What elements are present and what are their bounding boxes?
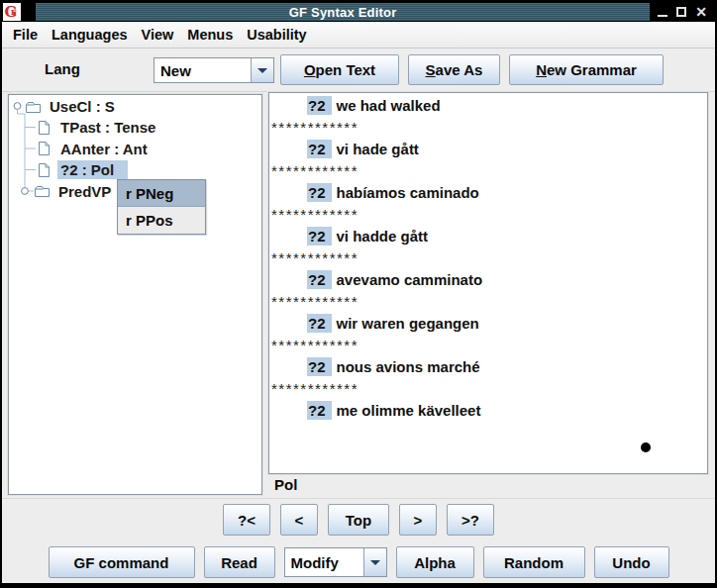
tree-item-label: UseCl : S <box>47 97 118 116</box>
separator-line: ************ <box>270 159 706 183</box>
window-controls: ✕ <box>652 5 715 19</box>
popup-item-ppos[interactable]: r PPos <box>118 207 205 234</box>
combobox-dropdown-button[interactable] <box>251 58 273 82</box>
linearization-line: ?2avevamo camminato <box>270 270 706 290</box>
linearization-line: ?2vi hade gått <box>270 140 706 159</box>
folder-icon <box>34 183 51 199</box>
gf-logo-icon: G F <box>3 3 21 21</box>
prev-metavariable-button[interactable]: ?< <box>223 504 270 536</box>
metavariable-token[interactable]: ?2 <box>307 401 332 420</box>
maximize-icon[interactable] <box>676 7 686 17</box>
tree-item-label: AAnter : Ant <box>57 140 151 158</box>
alpha-button[interactable]: Alpha <box>396 546 474 578</box>
open-text-button[interactable]: Open Text <box>280 54 399 85</box>
linearization-line: ?2nous avions marché <box>270 357 706 377</box>
divider <box>2 498 715 499</box>
tree-item-label: TPast : Tense <box>57 118 158 137</box>
tree-item-label: PredVP <box>55 182 114 201</box>
metavariable-token[interactable]: ?2 <box>307 270 332 289</box>
popup-item-pneg[interactable]: r PNeg <box>118 180 205 207</box>
tree-item-usecl[interactable]: UseCl : S <box>25 96 118 117</box>
separator-line: ************ <box>270 334 706 357</box>
linearization-line: ?2wir waren gegangen <box>270 314 706 334</box>
tree-item-aanter[interactable]: AAnter : Ant <box>36 139 151 159</box>
menu-languages[interactable]: Languages <box>45 24 135 46</box>
title-bar: G F GF Syntax Editor ✕ <box>2 2 715 22</box>
menu-view[interactable]: View <box>135 24 181 46</box>
tree-item-metavariable-pol[interactable]: ?2 : Pol <box>36 159 128 180</box>
next-node-button[interactable]: > <box>399 504 437 536</box>
file-icon <box>36 120 52 136</box>
metavariable-token[interactable]: ?2 <box>307 183 332 202</box>
metavariable-token[interactable]: ?2 <box>307 140 332 158</box>
language-combobox-value: New <box>154 58 251 82</box>
undo-button[interactable]: Undo <box>594 546 669 578</box>
navigation-button-row: ?< < Top > >? <box>2 504 715 536</box>
combobox-dropdown-button[interactable] <box>363 548 386 576</box>
prev-node-button[interactable]: < <box>280 504 318 536</box>
tree-item-tpast[interactable]: TPast : Tense <box>36 117 158 138</box>
separator-line: ************ <box>270 246 706 270</box>
focused-category-label: Pol <box>274 475 297 495</box>
linearization-line: ?2vi hadde gått <box>270 227 706 246</box>
separator-line: ************ <box>270 377 706 401</box>
linearization-panel[interactable]: ?2we had walked ************ ?2vi hade g… <box>268 92 708 474</box>
menu-usability[interactable]: Usability <box>240 24 313 46</box>
chevron-down-icon <box>257 68 267 73</box>
linearization-line: ?2habíamos caminado <box>270 183 706 203</box>
file-icon <box>36 162 52 178</box>
linearization-lines: ?2we had walked ************ ?2vi hade g… <box>270 96 706 421</box>
separator-line: ************ <box>270 116 706 140</box>
gf-syntax-editor-window: G F GF Syntax Editor ✕ File Languages Vi… <box>0 0 717 588</box>
new-grammar-button[interactable]: New Grammar <box>509 54 664 85</box>
modify-combobox[interactable]: Modify <box>284 547 387 577</box>
separator-line: ************ <box>270 203 706 227</box>
save-as-button[interactable]: Save As <box>408 54 500 85</box>
title-strip: GF Syntax Editor <box>36 3 650 21</box>
metavariable-token[interactable]: ?2 <box>307 357 332 376</box>
tree-collapsed-handle-icon <box>22 188 29 195</box>
menu-file[interactable]: File <box>6 24 45 46</box>
refinement-popup-menu: r PNeg r PPos <box>117 179 206 235</box>
toolbar: Lang New Open Text Save As New Grammar <box>2 49 715 92</box>
minimize-icon[interactable] <box>658 8 667 17</box>
linearization-line: ?2me olimme kävelleet <box>270 401 706 421</box>
top-button[interactable]: Top <box>328 504 389 536</box>
cursor-dot <box>641 442 651 452</box>
syntax-tree-panel: UseCl : S TPast : Tense AAnter : Ant ?2 … <box>8 94 262 495</box>
metavariable-token[interactable]: ?2 <box>307 227 332 245</box>
read-button[interactable]: Read <box>204 546 275 578</box>
menu-menus[interactable]: Menus <box>180 24 240 46</box>
file-icon <box>36 141 52 156</box>
separator-line: ************ <box>270 290 706 314</box>
folder-icon <box>25 99 42 115</box>
menu-bar: File Languages View Menus Usability <box>2 22 715 49</box>
next-metavariable-button[interactable]: >? <box>447 504 494 536</box>
close-icon[interactable]: ✕ <box>695 5 707 19</box>
modify-combobox-value: Modify <box>285 548 363 576</box>
random-button[interactable]: Random <box>483 546 585 578</box>
window-title: GF Syntax Editor <box>289 5 397 20</box>
gf-command-button[interactable]: GF command <box>49 546 195 578</box>
tree-item-predvp[interactable]: PredVP <box>34 181 114 202</box>
tree-item-label-selected: ?2 : Pol <box>57 160 128 179</box>
tree-expanded-handle-icon <box>14 103 21 110</box>
linearization-line: ?2we had walked <box>270 96 706 116</box>
chevron-down-icon <box>370 560 380 565</box>
metavariable-token[interactable]: ?2 <box>307 96 332 115</box>
lang-label: Lang <box>45 60 80 77</box>
language-combobox[interactable]: New <box>154 57 274 83</box>
command-button-row: GF command Read Modify Alpha Random Undo <box>2 546 715 578</box>
svg-text:F: F <box>11 7 17 17</box>
metavariable-token[interactable]: ?2 <box>307 314 332 333</box>
